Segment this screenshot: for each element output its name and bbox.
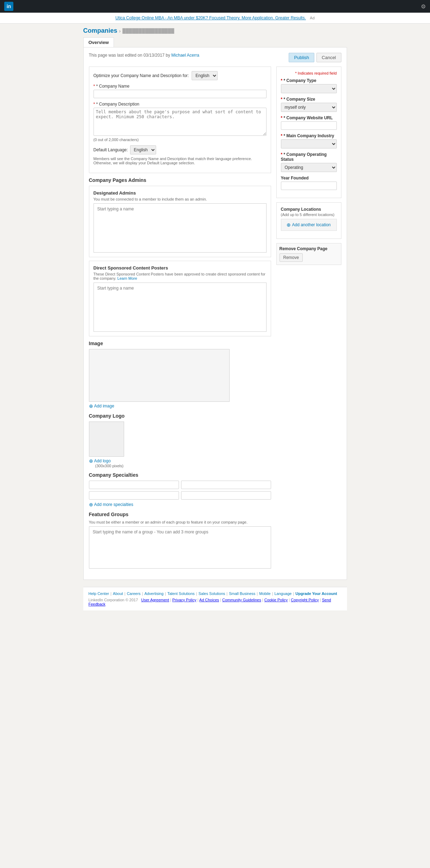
company-name-label: * * Company Name bbox=[94, 84, 267, 89]
admin-name-input[interactable] bbox=[95, 205, 265, 213]
company-logo-title: Company Logo bbox=[89, 413, 271, 419]
sponsored-note: These Direct Sponsored Content Posters h… bbox=[94, 272, 267, 280]
breadcrumb: Companies › ████████████████ bbox=[83, 27, 347, 34]
company-description-field: * * Company Description (0 out of 2,000 … bbox=[94, 102, 267, 142]
add-specialties-label: Add more specialties bbox=[94, 502, 133, 507]
company-size-field: * * Company Size myself only bbox=[281, 97, 337, 112]
add-image-icon: ⊕ bbox=[89, 403, 93, 409]
tab-overview[interactable]: Overview bbox=[83, 37, 114, 47]
operating-status-label-text: * Company Operating Status bbox=[281, 152, 327, 162]
company-pages-admins-section: Company Pages Admins Designated Admins Y… bbox=[89, 177, 271, 336]
main-industry-field: * * Main Company Industry bbox=[281, 133, 337, 148]
top-navigation: in ⚙ bbox=[0, 0, 430, 13]
footer-link-ad-choices[interactable]: Ad Choices bbox=[199, 598, 219, 602]
company-website-label-text: * Company Website URL bbox=[284, 115, 333, 120]
specialty-3[interactable] bbox=[89, 491, 179, 500]
company-logo-section: Company Logo ⊕ Add logo (300x300 pixels) bbox=[89, 413, 271, 468]
sponsored-title: Direct Sponsored Content Posters bbox=[94, 265, 267, 271]
copyright-text: LinkedIn Corporation © 2017 bbox=[89, 598, 138, 602]
sponsored-name-input[interactable] bbox=[95, 284, 265, 292]
featured-groups-input[interactable] bbox=[91, 528, 269, 536]
company-size-label: * * Company Size bbox=[281, 97, 337, 102]
designated-admins-title: Designated Admins bbox=[94, 190, 267, 196]
left-column: Optimize your Company Name and Descripti… bbox=[89, 66, 271, 574]
footer-link-talent-solutions[interactable]: Talent Solutions bbox=[167, 591, 195, 596]
add-image-label: Add image bbox=[94, 404, 114, 408]
publish-button[interactable]: Publish bbox=[289, 53, 314, 62]
remove-button[interactable]: Remove bbox=[280, 253, 303, 262]
add-specialties-link[interactable]: ⊕ Add more specialties bbox=[89, 502, 271, 507]
footer-link-advertising[interactable]: Advertising bbox=[145, 591, 163, 596]
footer-link-careers[interactable]: Careers bbox=[127, 591, 141, 596]
footer-link-upgrade[interactable]: Upgrade Your Account bbox=[295, 591, 337, 596]
ad-link[interactable]: Utica College Online MBA - An MBA under … bbox=[115, 15, 306, 20]
default-lang-select[interactable]: English bbox=[130, 145, 156, 154]
company-website-field: * * Company Website URL bbox=[281, 115, 337, 130]
footer: Help Center | About | Careers | Advertis… bbox=[83, 587, 347, 610]
header-left: This page was last edited on 03/13/2017 … bbox=[89, 53, 289, 58]
specialty-2[interactable] bbox=[181, 481, 271, 489]
company-description-label-text: * Company Description bbox=[96, 102, 140, 107]
company-specialties-section: Company Specialties ⊕ Add more specialti… bbox=[89, 472, 271, 507]
image-title: Image bbox=[89, 341, 271, 346]
locations-note: (Add up to 5 different locations) bbox=[281, 213, 337, 217]
logo-placeholder bbox=[89, 422, 124, 457]
specialty-1[interactable] bbox=[89, 481, 179, 489]
add-logo-label: Add logo bbox=[94, 458, 111, 463]
operating-status-select[interactable]: Operating bbox=[281, 163, 337, 172]
specialty-4[interactable] bbox=[181, 491, 271, 500]
company-name-input[interactable] bbox=[94, 90, 267, 98]
company-pages-admins-title: Company Pages Admins bbox=[89, 177, 271, 183]
featured-groups-input-area bbox=[89, 526, 271, 569]
add-image-link[interactable]: ⊕ Add image bbox=[89, 403, 271, 409]
main-industry-label-text: * Main Company Industry bbox=[284, 133, 334, 138]
company-locations-title: Company Locations bbox=[281, 207, 337, 212]
cancel-button[interactable]: Cancel bbox=[316, 53, 341, 62]
footer-link-privacy-policy[interactable]: Privacy Policy bbox=[172, 598, 196, 602]
main-industry-select[interactable] bbox=[281, 139, 337, 148]
footer-link-small-business[interactable]: Small Business bbox=[229, 591, 255, 596]
operating-status-field: * * Company Operating Status Operating bbox=[281, 152, 337, 172]
specialties-title: Company Specialties bbox=[89, 472, 271, 478]
footer-link-about[interactable]: About bbox=[113, 591, 123, 596]
company-size-select[interactable]: myself only bbox=[281, 103, 337, 112]
footer-link-language[interactable]: Language bbox=[274, 591, 291, 596]
operating-status-label: * * Company Operating Status bbox=[281, 152, 337, 162]
optimize-language-row: Optimize your Company Name and Descripti… bbox=[94, 71, 267, 80]
company-website-input[interactable] bbox=[281, 121, 337, 130]
two-column-layout: Optimize your Company Name and Descripti… bbox=[89, 66, 341, 574]
footer-link-sales-solutions[interactable]: Sales Solutions bbox=[198, 591, 225, 596]
company-type-field: * * Company Type bbox=[281, 78, 337, 93]
footer-link-mobile[interactable]: Mobile bbox=[259, 591, 270, 596]
company-type-select[interactable] bbox=[281, 84, 337, 93]
footer-copyright: LinkedIn Corporation © 2017 User Agreeme… bbox=[89, 598, 342, 606]
year-founded-label: Year Founded bbox=[281, 176, 337, 180]
footer-link-cookie-policy[interactable]: Cookie Policy bbox=[264, 598, 288, 602]
company-description-input[interactable] bbox=[94, 108, 267, 136]
optimize-section: Optimize your Company Name and Descripti… bbox=[89, 66, 271, 173]
learn-more-link[interactable]: Learn More bbox=[117, 276, 137, 280]
last-edited-prefix: This page was last edited on 03/13/2017 … bbox=[89, 53, 171, 58]
editor-link[interactable]: Michael Acerra bbox=[171, 53, 199, 58]
gear-icon[interactable]: ⚙ bbox=[421, 3, 426, 10]
main-container: Companies › ████████████████ Overview Th… bbox=[78, 24, 352, 614]
page-content: This page was last edited on 03/13/2017 … bbox=[83, 47, 347, 580]
footer-link-help-center[interactable]: Help Center bbox=[89, 591, 109, 596]
default-lang-label: Default Language: bbox=[94, 147, 128, 152]
required-note: * Indicates required field bbox=[281, 71, 337, 75]
company-description-label: * * Company Description bbox=[94, 102, 267, 107]
language-select[interactable]: English bbox=[192, 71, 218, 80]
company-size-label-text: * Company Size bbox=[284, 97, 315, 102]
year-founded-input[interactable] bbox=[281, 182, 337, 190]
image-section: Image ⊕ Add image bbox=[89, 341, 271, 409]
footer-link-community-guidelines[interactable]: Community Guidelines bbox=[222, 598, 261, 602]
sponsored-content-box: Direct Sponsored Content Posters These D… bbox=[89, 261, 271, 336]
add-logo-link[interactable]: ⊕ Add logo bbox=[89, 458, 271, 464]
company-name-label-text: * Company Name bbox=[96, 84, 130, 89]
breadcrumb-arrow: › bbox=[119, 28, 121, 34]
add-location-link[interactable]: ⊕ Add another location bbox=[284, 222, 334, 228]
footer-link-user-agreement[interactable]: User Agreement bbox=[141, 598, 169, 602]
footer-link-copyright-policy[interactable]: Copyright Policy bbox=[291, 598, 319, 602]
linkedin-logo[interactable]: in bbox=[4, 2, 13, 11]
breadcrumb-companies[interactable]: Companies bbox=[83, 27, 117, 34]
